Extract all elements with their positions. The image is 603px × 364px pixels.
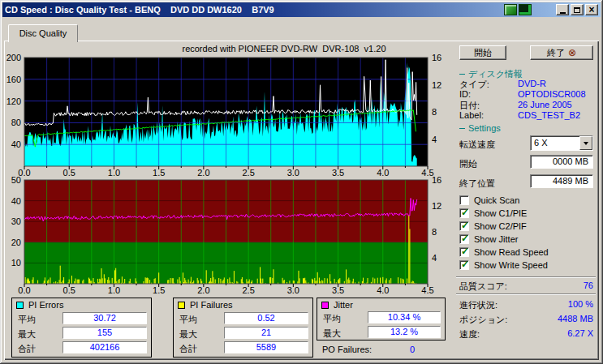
- pi-failures-max-value: 21: [224, 327, 308, 339]
- pi-failures-avg-value: 0.52: [224, 312, 308, 324]
- end-position-label: 終了位置: [459, 178, 495, 190]
- disc-label-value: CDS_TEST_B2: [518, 110, 580, 120]
- svg-text:4.0: 4.0: [377, 168, 389, 178]
- jitter-max-value: 13.2 %: [368, 326, 441, 338]
- svg-text:8: 8: [432, 107, 437, 117]
- checkbox-quick-scan[interactable]: Quick Scan: [459, 195, 519, 205]
- section-dash: [459, 128, 465, 129]
- titlebar: CD Speed : Disc Quality Test - BENQ DVD …: [2, 2, 601, 17]
- disc-label-label: Label:: [459, 110, 484, 120]
- speed-select[interactable]: 6 X: [530, 135, 593, 151]
- tab-disc-quality[interactable]: Disc Quality: [8, 24, 78, 42]
- svg-text:10: 10: [11, 258, 21, 268]
- checkbox-show-write-speed[interactable]: Show Write Speed: [459, 260, 548, 270]
- pi-failures-total-value: 5589: [224, 341, 308, 353]
- svg-text:1.0: 1.0: [108, 168, 120, 178]
- po-failures-value: 0: [410, 345, 415, 354]
- quick-scan-label: Quick Scan: [474, 195, 519, 205]
- show-write-speed-label: Show Write Speed: [474, 260, 548, 270]
- show-jitter-label: Show Jitter: [474, 234, 518, 244]
- section-dash: [459, 74, 465, 75]
- svg-text:2.0: 2.0: [197, 285, 209, 295]
- svg-text:30: 30: [11, 216, 21, 226]
- pi-errors-legend-square: [16, 302, 24, 309]
- speed-select-dropdown-button[interactable]: [579, 136, 592, 150]
- show-read-speed-checkbox[interactable]: [459, 247, 469, 257]
- disc-type-value: DVD-R: [518, 79, 546, 88]
- max-label: 最大: [18, 328, 36, 340]
- end-position-field[interactable]: 4489 MB: [530, 174, 593, 188]
- svg-text:4.0: 4.0: [377, 285, 389, 295]
- svg-text:0.0: 0.0: [18, 285, 30, 295]
- svg-text:1.5: 1.5: [153, 285, 165, 295]
- quick-scan-checkbox[interactable]: [459, 195, 469, 205]
- svg-text:20: 20: [11, 238, 21, 247]
- quality-score-value: 76: [552, 280, 593, 290]
- svg-text:40: 40: [11, 139, 21, 149]
- pi-failures-title-label: PI Failures: [190, 300, 233, 310]
- svg-text:16: 16: [432, 53, 441, 62]
- chevron-down-icon: [584, 142, 588, 145]
- svg-text:160: 160: [6, 75, 21, 84]
- show-jitter-checkbox[interactable]: [459, 234, 469, 244]
- svg-text:1.0: 1.0: [108, 285, 120, 295]
- close-button[interactable]: [585, 4, 598, 15]
- close-icon: [588, 5, 594, 15]
- svg-text:0.0: 0.0: [18, 168, 30, 178]
- pi-failures-title: PI Failures: [178, 300, 233, 310]
- pi-errors-title-label: PI Errors: [28, 300, 63, 310]
- pi-errors-box: PI Errors 平均 30.72 最大 155 合計 402166: [11, 298, 152, 358]
- svg-text:3.5: 3.5: [332, 285, 344, 295]
- disc-date-value: 26 June 2005: [518, 100, 572, 109]
- show-c1-pie-checkbox[interactable]: [459, 208, 469, 218]
- total-label: 合計: [179, 343, 197, 355]
- jitter-box: Jitter 平均 10.34 % 最大 13.2 %: [317, 298, 446, 340]
- svg-text:1.5: 1.5: [153, 168, 165, 178]
- total-label: 合計: [18, 343, 36, 355]
- quality-score-label: 品質スコア:: [459, 280, 507, 293]
- start-position-label: 開始: [459, 158, 477, 170]
- separator: [456, 276, 596, 278]
- position-value: 4488 MB: [523, 314, 593, 323]
- max-label: 最大: [323, 328, 341, 340]
- svg-text:12: 12: [432, 201, 441, 211]
- po-failures-label: PO Failures:: [322, 345, 372, 354]
- maximize-button[interactable]: [571, 4, 584, 15]
- pi-errors-max-value: 155: [62, 327, 147, 339]
- maximize-icon: [574, 7, 580, 13]
- disc-id-value: OPTODISCR008: [518, 89, 586, 99]
- avg-label: 平均: [179, 314, 197, 326]
- svg-text:3.5: 3.5: [332, 168, 344, 178]
- svg-text:4: 4: [432, 253, 437, 263]
- window-title: CD Speed : Disc Quality Test - BENQ DVD …: [5, 2, 502, 17]
- minimize-button[interactable]: [556, 4, 569, 15]
- show-c2-pif-label: Show C2/PIF: [474, 221, 527, 231]
- start-button[interactable]: 開始: [459, 45, 506, 60]
- position-label: ポジション:: [459, 314, 507, 326]
- show-c1-pie-label: Show C1/PIE: [474, 208, 527, 218]
- avg-label: 平均: [323, 313, 341, 325]
- svg-text:120: 120: [6, 96, 21, 106]
- minimize-icon: [560, 12, 566, 14]
- pi-errors-total-value: 402166: [62, 341, 147, 353]
- start-position-field[interactable]: 0000 MB: [530, 155, 593, 169]
- checkbox-show-c2-pif[interactable]: Show C2/PIF: [459, 221, 527, 231]
- checkbox-show-read-speed[interactable]: Show Read Speed: [459, 247, 549, 257]
- avg-label: 平均: [18, 314, 36, 326]
- speed-select-value: 6 X: [531, 136, 579, 150]
- svg-text:3.0: 3.0: [287, 168, 299, 178]
- disc-drive-icon[interactable]: [519, 4, 532, 15]
- speed-value: 6.27 X: [523, 328, 593, 338]
- titlebar-spacer: [533, 10, 554, 11]
- start-button-label: 開始: [474, 47, 492, 59]
- jitter-title-label: Jitter: [334, 300, 353, 310]
- exit-x-icon: [568, 48, 576, 58]
- progress-value: 100 %: [523, 299, 593, 309]
- speed-graph-icon[interactable]: [504, 4, 517, 15]
- show-write-speed-checkbox[interactable]: [459, 260, 469, 270]
- show-c2-pif-checkbox[interactable]: [459, 221, 469, 231]
- exit-button[interactable]: 終了: [530, 45, 593, 60]
- checkbox-show-jitter[interactable]: Show Jitter: [459, 234, 518, 244]
- jitter-avg-value: 10.34 %: [368, 311, 441, 323]
- checkbox-show-c1-pie[interactable]: Show C1/PIE: [459, 208, 527, 218]
